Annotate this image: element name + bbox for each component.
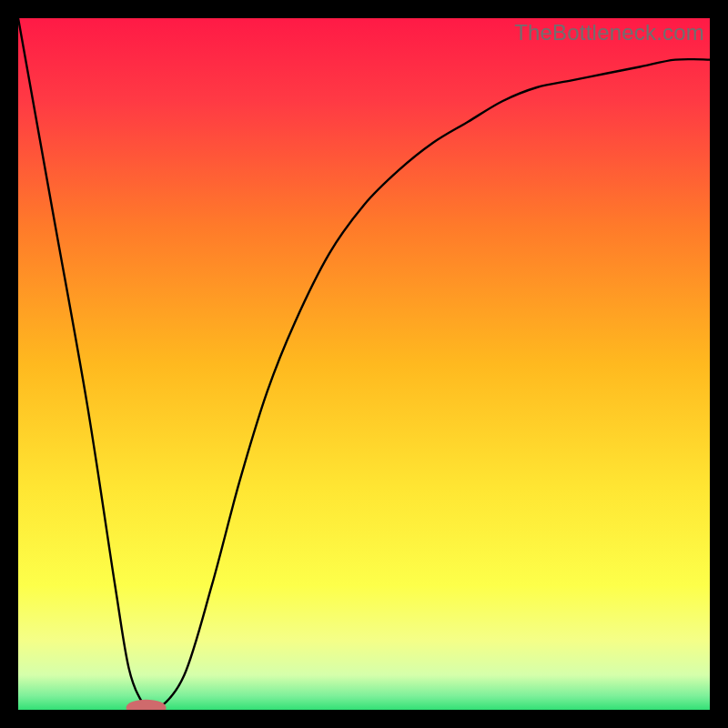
plot-area: TheBottleneck.com — [18, 18, 710, 710]
watermark-text: TheBottleneck.com — [514, 20, 704, 46]
chart-svg — [18, 18, 710, 710]
gradient-background — [18, 18, 710, 710]
chart-frame: TheBottleneck.com — [0, 0, 728, 728]
